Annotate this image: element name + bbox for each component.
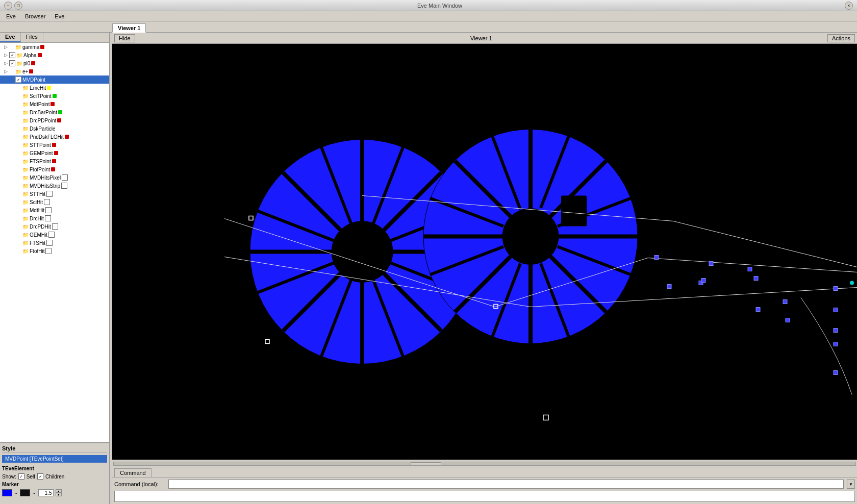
left-panel: Eve Files ▷ 📁 gamma ▷ 📁 Alph: [0, 33, 110, 504]
marker-size-spinner[interactable]: ▲ ▼: [56, 489, 62, 496]
marker-style-swatch[interactable]: [20, 489, 30, 496]
check-box[interactable]: [9, 60, 15, 66]
actions-button[interactable]: Actions: [827, 34, 855, 42]
folder-icon: 📁: [22, 224, 29, 230]
list-item[interactable]: 📁 MdtHit: [0, 206, 109, 214]
item-label: GEMPoint: [30, 150, 53, 156]
viewer-title: Viewer 1: [470, 35, 492, 41]
tab-eve[interactable]: Eve: [0, 33, 21, 42]
list-item[interactable]: 📁 DskParticle: [0, 124, 109, 133]
check-box[interactable]: [9, 52, 15, 58]
list-item[interactable]: 📁 MVDHitsPixel: [0, 173, 109, 182]
check-box[interactable]: [15, 77, 21, 83]
item-label: STTPoint: [30, 142, 51, 148]
color-indicator: [29, 69, 33, 73]
list-item[interactable]: 📁 MVDHitsStrip: [0, 182, 109, 190]
command-tab-bar: Command: [112, 467, 857, 477]
show-children-checkbox[interactable]: [37, 473, 43, 480]
horizontal-scrollbar[interactable]: [113, 462, 856, 466]
spin-up-button[interactable]: ▲: [56, 489, 62, 493]
list-item[interactable]: 📁 GEMPoint: [0, 149, 109, 157]
viewer-canvas[interactable]: [112, 44, 857, 460]
spin-down-button[interactable]: ▼: [56, 493, 62, 496]
svg-rect-56: [701, 279, 705, 283]
hide-button[interactable]: Hide: [114, 34, 135, 42]
list-item[interactable]: 📁 SciHit: [0, 198, 109, 206]
tree-expander[interactable]: ▷: [2, 69, 9, 74]
check-box[interactable]: [48, 232, 55, 238]
check-box[interactable]: [45, 248, 52, 254]
minimize-button[interactable]: −: [4, 2, 12, 10]
tree-expander[interactable]: ▷: [2, 44, 9, 49]
tree-expander[interactable]: ▷: [2, 53, 9, 58]
item-label: FTSHit: [30, 240, 45, 246]
check-box[interactable]: [61, 183, 67, 189]
check-box[interactable]: [46, 191, 53, 197]
folder-icon: 📁: [16, 53, 22, 58]
marker-size-input[interactable]: [38, 489, 54, 496]
list-item[interactable]: ▷ 📁 gamma: [0, 43, 109, 51]
command-local-label: Command (local):: [114, 481, 165, 487]
command-local-input[interactable]: [168, 480, 844, 489]
item-label: MdtHit: [30, 208, 44, 213]
list-item[interactable]: 📁 GEMHit: [0, 231, 109, 239]
check-box[interactable]: [45, 207, 52, 213]
folder-icon: 📁: [22, 240, 29, 246]
element-label: TEveElement: [2, 466, 34, 471]
tab-viewer1[interactable]: Viewer 1: [112, 23, 146, 33]
item-label: MVDHitsPixel: [30, 175, 61, 181]
list-item[interactable]: 📁 FTSPoint: [0, 157, 109, 165]
viewer-scrollbar[interactable]: [112, 460, 857, 467]
menu-browser2[interactable]: Browser: [21, 12, 49, 20]
command-tab[interactable]: Command: [114, 468, 152, 477]
list-item[interactable]: MVDPoint: [0, 75, 109, 84]
show-self-checkbox[interactable]: [18, 473, 24, 480]
check-box[interactable]: [62, 174, 68, 181]
list-item[interactable]: 📁 STTHit: [0, 190, 109, 198]
svg-rect-49: [654, 256, 659, 260]
list-item[interactable]: ▷ 📁 e+: [0, 67, 109, 75]
close-button[interactable]: ×: [845, 2, 853, 10]
list-item[interactable]: ▷ 📁 pi0: [0, 59, 109, 67]
color-indicator: [51, 167, 55, 171]
command-dropdown-button[interactable]: ▼: [847, 480, 855, 489]
list-item[interactable]: 📁 FTSHit: [0, 239, 109, 247]
main-layout: Viewer 1 Eve Files ▷ 📁 gamma: [0, 21, 857, 504]
svg-rect-61: [834, 308, 838, 312]
list-item[interactable]: 📁 EmcHit: [0, 84, 109, 92]
tab-files[interactable]: Files: [21, 33, 43, 42]
item-label: Alpha: [23, 53, 37, 58]
check-box[interactable]: [45, 215, 51, 221]
item-label: e+: [22, 69, 28, 74]
scrollbar-thumb[interactable]: [411, 462, 441, 465]
check-box[interactable]: [46, 240, 53, 246]
tree-view[interactable]: ▷ 📁 gamma ▷ 📁 Alpha ▷: [0, 43, 109, 443]
item-label: DrcBarPoint: [30, 110, 57, 115]
menu-eve[interactable]: Eve: [51, 12, 68, 20]
list-item[interactable]: 📁 SciTPoint: [0, 92, 109, 100]
check-box[interactable]: [52, 223, 58, 230]
list-item[interactable]: 📁 MdtPoint: [0, 100, 109, 108]
list-item[interactable]: 📁 DrcPDHit: [0, 222, 109, 231]
color-indicator: [52, 159, 56, 163]
svg-rect-37: [561, 196, 587, 226]
item-label: DrcHit: [30, 216, 44, 221]
list-item[interactable]: 📁 FtofPoint: [0, 165, 109, 173]
list-item[interactable]: 📁 PndDskFLGHit: [0, 133, 109, 141]
item-label: SciTPoint: [30, 93, 52, 99]
list-item[interactable]: 📁 DrcPDPoint: [0, 116, 109, 124]
3d-visualization: [112, 44, 857, 460]
style-tab-label[interactable]: Style: [2, 445, 107, 453]
maximize-button[interactable]: □: [14, 2, 22, 10]
marker-color-swatch[interactable]: [2, 489, 12, 496]
list-item[interactable]: 📁 DrcHit: [0, 214, 109, 222]
color-indicator: [47, 86, 51, 90]
list-item[interactable]: 📁 STTPoint: [0, 141, 109, 149]
list-item[interactable]: ▷ 📁 Alpha: [0, 51, 109, 59]
list-item[interactable]: 📁 FtofHit: [0, 247, 109, 255]
tree-expander[interactable]: ▷: [2, 61, 9, 66]
menu-browser[interactable]: Eve: [2, 12, 20, 20]
check-box[interactable]: [44, 199, 50, 205]
list-item[interactable]: 📁 DrcBarPoint: [0, 108, 109, 116]
color-indicator: [46, 78, 51, 82]
